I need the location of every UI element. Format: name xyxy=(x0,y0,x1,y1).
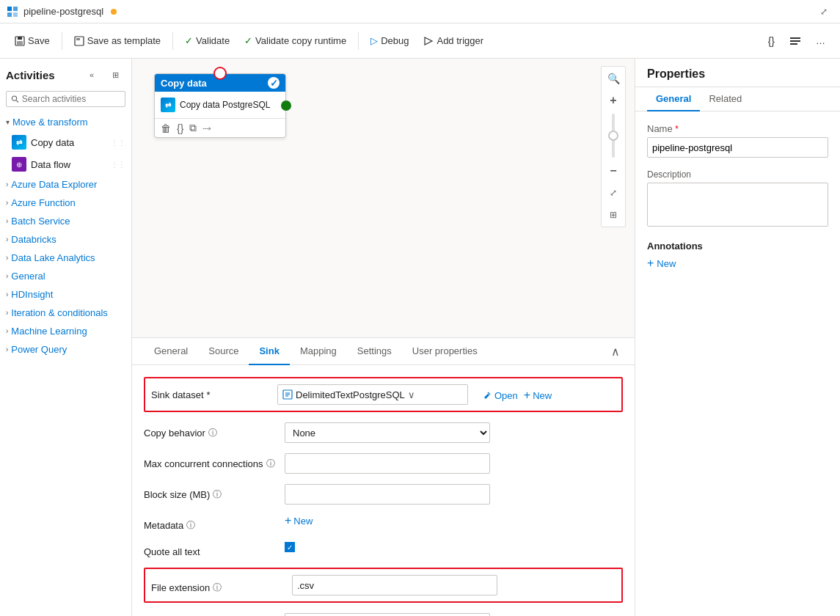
quote-all-text-row: Quote all text ✓ xyxy=(144,542,623,557)
sidebar-group-header-data-lake-analytics[interactable]: › Data Lake Analytics xyxy=(0,249,131,267)
bottom-panel-tabs: General Source Sink Mapping Settings xyxy=(132,338,635,365)
more-options-button[interactable]: … xyxy=(810,32,831,49)
activity-node-copy-data[interactable]: Copy data ✓ ⇄ Copy data PostgreSQL 🗑 {} xyxy=(154,73,286,138)
sidebar-group-header-azure-data-explorer[interactable]: › Azure Data Explorer xyxy=(0,175,131,194)
max-rows-input[interactable] xyxy=(285,613,490,616)
props-description-textarea[interactable] xyxy=(647,183,828,227)
node-top-connector xyxy=(213,67,227,80)
auto-layout-button[interactable]: ⊞ xyxy=(603,205,624,225)
node-delete-button[interactable]: 🗑 xyxy=(161,122,171,134)
sidebar-group-batch-service: › Batch Service xyxy=(0,212,131,230)
chevron-right-icon-3: › xyxy=(6,217,8,225)
props-name-label: Name * xyxy=(647,123,828,134)
sidebar-group-header-move-transform[interactable]: ▾ Move & transform xyxy=(0,113,131,131)
search-icon xyxy=(11,95,19,103)
node-clone-button[interactable]: ⧉ xyxy=(189,122,197,134)
metadata-info-icon[interactable]: ⓘ xyxy=(186,519,195,532)
node-connect-button[interactable]: ⤑ xyxy=(202,122,211,134)
sidebar-group-header-batch-service[interactable]: › Batch Service xyxy=(0,212,131,230)
group-label-machine-learning: Machine Learning xyxy=(11,326,87,337)
props-tab-general[interactable]: General xyxy=(647,87,700,111)
max-concurrent-input[interactable] xyxy=(285,453,490,474)
file-extension-control xyxy=(292,575,497,595)
properties-panel: Properties General Related Name * xyxy=(635,59,840,616)
zoom-in-button[interactable]: + xyxy=(603,90,624,111)
tab-user-properties[interactable]: User properties xyxy=(402,338,488,365)
tab-sink[interactable]: Sink xyxy=(249,338,289,365)
search-canvas-button[interactable]: 🔍 xyxy=(603,68,624,89)
file-extension-input[interactable] xyxy=(292,575,497,595)
zoom-out-button[interactable]: − xyxy=(603,161,624,181)
dropdown-arrow-icon: ∨ xyxy=(408,389,463,400)
titlebar-right: ⤢ xyxy=(814,1,834,22)
expand-sidebar-button[interactable]: ⊞ xyxy=(105,65,125,85)
svg-rect-6 xyxy=(17,41,23,45)
svg-rect-1 xyxy=(13,7,18,11)
restore-window-button[interactable]: ⤢ xyxy=(814,1,834,22)
pipeline-name-title: pipeline-postgresql xyxy=(23,6,103,17)
sidebar-group-header-iteration[interactable]: › Iteration & conditionals xyxy=(0,304,131,322)
canvas-main[interactable]: 🔍 + − ⤢ ⊞ xyxy=(132,59,635,337)
debug-button[interactable]: ▷ Debug xyxy=(365,32,414,49)
tab-mapping[interactable]: Mapping xyxy=(290,338,347,365)
save-button[interactable]: Save xyxy=(9,32,56,49)
new-dataset-button[interactable]: + New xyxy=(524,389,552,401)
chevron-right-icon-4: › xyxy=(6,235,8,243)
quote-all-text-checkbox[interactable]: ✓ xyxy=(285,542,295,552)
svg-marker-9 xyxy=(425,37,432,45)
titlebar: pipeline-postgresql ⤢ xyxy=(0,0,840,23)
activity-item-copy-data[interactable]: ⇄ Copy data ⋮⋮ xyxy=(0,131,131,153)
validate-button[interactable]: ✓ Validate xyxy=(179,32,235,49)
group-label-databricks: Databricks xyxy=(11,234,56,245)
group-label-hdinsight: HDInsight xyxy=(11,289,53,300)
block-size-input[interactable] xyxy=(285,484,490,505)
copy-behavior-info-icon[interactable]: ⓘ xyxy=(208,427,217,439)
collapse-sidebar-button[interactable]: « xyxy=(81,65,102,85)
copy-behavior-select[interactable]: None MergeFiles PreserveHierarchy Flatte… xyxy=(285,422,490,443)
fit-view-button[interactable]: ⤢ xyxy=(603,183,624,203)
search-box[interactable] xyxy=(6,91,125,107)
code-view-button[interactable]: {} xyxy=(762,32,781,50)
add-trigger-button[interactable]: Add trigger xyxy=(417,32,489,49)
node-success-check: ✓ xyxy=(268,77,280,89)
file-extension-row: File extension ⓘ xyxy=(144,568,623,603)
metadata-control: + New xyxy=(285,515,490,527)
validate-copy-runtime-button[interactable]: ✓ Validate copy runtime xyxy=(238,32,352,49)
search-input[interactable] xyxy=(22,94,120,104)
param-button[interactable] xyxy=(784,32,807,50)
sidebar-group-header-hdinsight[interactable]: › HDInsight xyxy=(0,285,131,304)
collapse-panel-button[interactable]: ∧ xyxy=(608,342,623,362)
main-layout: Activities « ⊞ ▾ Move & transform ⇄ Copy… xyxy=(0,59,840,616)
node-code-button[interactable]: {} xyxy=(177,122,183,134)
zoom-slider[interactable] xyxy=(612,114,615,158)
sidebar-group-header-azure-function[interactable]: › Azure Function xyxy=(0,194,131,212)
properties-content: Name * Description Annotations + New xyxy=(635,111,840,616)
add-annotation-button[interactable]: + New xyxy=(647,257,676,269)
canvas-props-row: 🔍 + − ⤢ ⊞ xyxy=(132,59,840,616)
props-name-input[interactable] xyxy=(647,137,828,158)
sink-dataset-select-wrapper[interactable]: DelimitedTextPostgreSQL ∨ xyxy=(277,384,468,405)
dataset-icon xyxy=(282,389,293,400)
sidebar-group-header-databricks[interactable]: › Databricks xyxy=(0,230,131,249)
activity-item-data-flow[interactable]: ⊕ Data flow ⋮⋮ xyxy=(0,153,131,175)
sidebar-group-header-power-query[interactable]: › Power Query xyxy=(0,340,131,359)
tab-general[interactable]: General xyxy=(144,338,198,365)
save-template-icon xyxy=(74,36,84,46)
sidebar-group-header-machine-learning[interactable]: › Machine Learning xyxy=(0,322,131,340)
props-tab-related[interactable]: Related xyxy=(700,87,750,111)
max-concurrent-info-icon[interactable]: ⓘ xyxy=(266,458,275,470)
node-footer: 🗑 {} ⧉ ⤑ xyxy=(155,118,285,137)
group-label-power-query: Power Query xyxy=(11,344,67,355)
sidebar-group-header-general[interactable]: › General xyxy=(0,267,131,285)
group-label-data-lake-analytics: Data Lake Analytics xyxy=(11,252,95,263)
open-dataset-button[interactable]: Open xyxy=(483,390,518,401)
block-size-info-icon[interactable]: ⓘ xyxy=(213,488,222,501)
save-icon xyxy=(15,36,25,46)
add-metadata-button[interactable]: + New xyxy=(285,515,313,527)
tab-source[interactable]: Source xyxy=(198,338,249,365)
save-as-template-button[interactable]: Save as template xyxy=(68,32,167,49)
file-extension-info-icon[interactable]: ⓘ xyxy=(213,582,222,594)
props-annotations-field: Annotations + New xyxy=(647,241,828,269)
tab-settings[interactable]: Settings xyxy=(347,338,402,365)
drag-handle-copy-data: ⋮⋮ xyxy=(111,139,125,147)
